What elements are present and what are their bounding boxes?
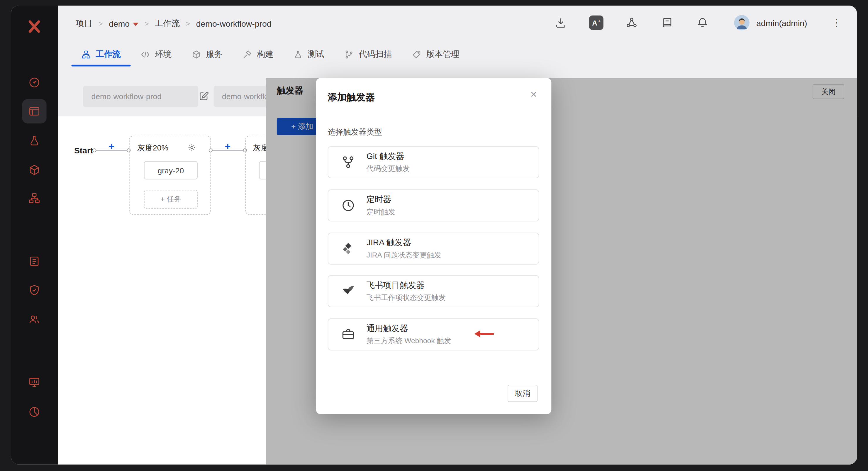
workflow-tree-icon [82,50,91,59]
stage-node-gray20: 灰度20% gray-20 + 任务 [129,136,211,215]
clock-icon [341,198,355,213]
sidebar-item-workflows[interactable] [22,186,46,210]
breadcrumb-item-project[interactable]: demo [109,19,138,28]
edit-pencil-icon[interactable] [198,91,209,102]
modal-title: 添加触发器 [328,91,375,103]
option-title: Git 触发器 [367,151,410,161]
git-fork-icon [341,155,355,169]
flask-icon [293,50,303,59]
sidebar-item-quality[interactable] [22,278,46,302]
breadcrumb-separator: > [98,19,103,27]
cluster-icon[interactable] [625,15,639,30]
trigger-option-git[interactable]: Git 触发器 代码变更触发 [328,146,539,178]
tab-tests[interactable]: 测试 [293,40,324,68]
font-size-badge[interactable]: A+ [589,15,603,30]
shield-check-icon [28,284,40,296]
breadcrumb-item-projects[interactable]: 项目 [76,18,93,28]
app-window: › 项目 > demo > 工作流 > demo-workflow-prod A… [11,6,857,465]
start-node-label: Start [74,146,93,155]
cube-icon [191,50,201,59]
breadcrumb-separator: > [145,19,149,27]
sidebar [11,6,58,465]
hammer-icon [243,50,252,59]
clipboard-icon [28,255,40,268]
pie-chart-icon [28,406,40,418]
option-title: 飞书项目触发器 [367,280,446,290]
bell-icon[interactable] [695,15,710,30]
sidebar-item-tests[interactable] [22,128,46,153]
connector-dot [209,148,213,152]
tab-version-management[interactable]: 版本管理 [412,40,460,68]
trigger-option-jira[interactable]: JIRA 触发器 JIRA 问题状态变更触发 [328,232,539,264]
option-desc: 第三方系统 Webhook 触发 [367,336,451,346]
header-actions: A+ admin(admin) ⋮ [554,14,841,31]
cube-icon [28,164,40,176]
sidebar-item-dashboard[interactable] [22,70,46,95]
option-desc: 代码变更触发 [367,164,410,174]
breadcrumb-item-current: demo-workflow-prod [196,19,272,28]
close-icon[interactable]: × [527,87,540,101]
docs-icon[interactable] [660,15,675,30]
flask-icon [28,135,40,147]
breadcrumb-separator: > [186,19,190,27]
projects-icon [28,105,40,118]
feishu-bird-icon [341,284,355,298]
code-brackets-icon [141,50,150,59]
breadcrumb: 项目 > demo > 工作流 > demo-workflow-prod [76,15,272,31]
trigger-option-feishu[interactable]: 飞书项目触发器 飞书工作项状态变更触发 [328,275,539,307]
tab-code-scan[interactable]: 代码扫描 [344,40,392,68]
connector-dot [92,148,96,152]
cancel-button[interactable]: 取消 [507,385,537,402]
users-icon [28,313,40,325]
add-task-button[interactable]: + 任务 [144,190,198,209]
tab-workflows[interactable]: 工作流 [82,40,121,68]
modal-prompt: 选择触发器类型 [328,127,382,137]
tag-icon [412,50,422,59]
trigger-option-timer[interactable]: 定时器 定时触发 [328,189,539,221]
briefcase-icon [341,327,355,342]
add-stage-button[interactable]: + [225,141,230,153]
option-desc: 飞书工作项状态变更触发 [367,293,446,303]
option-desc: JIRA 问题状态变更触发 [367,250,441,260]
annotation-arrow-left-icon [473,329,495,339]
project-tabs: 工作流 环境 服务 构建 测试 代码扫描 [82,40,460,68]
sidebar-item-users[interactable] [22,307,46,332]
sidebar-item-insights[interactable] [22,400,46,424]
user-menu[interactable]: admin(admin) [756,18,807,27]
gear-icon[interactable] [188,144,196,152]
dashboard-icon [28,76,40,89]
sidebar-item-hosts[interactable] [22,370,46,394]
monitor-icon [28,376,40,388]
tab-builds[interactable]: 构建 [243,40,274,68]
option-title: 定时器 [367,194,395,205]
add-stage-button[interactable]: + [108,141,114,153]
jira-icon [341,241,355,256]
option-title: 通用触发器 [367,323,451,334]
git-branch-icon [344,50,354,59]
workflow-name-input[interactable]: demo-workflow-prod [83,86,198,107]
add-trigger-modal: 添加触发器 × 选择触发器类型 Git 触发器 代码变更触发 定时器 定时触发 [316,78,551,414]
sidebar-item-reports[interactable] [22,249,46,274]
app-logo-icon[interactable] [26,18,43,35]
job-card-gray-20[interactable]: gray-20 [144,161,198,179]
sidebar-item-delivery[interactable] [22,158,46,182]
trigger-option-generic[interactable]: 通用触发器 第三方系统 Webhook 触发 [328,318,539,350]
breadcrumb-item-workflows[interactable]: 工作流 [155,18,180,28]
avatar[interactable] [734,15,750,31]
option-desc: 定时触发 [367,207,395,217]
tab-services[interactable]: 服务 [191,40,223,68]
sidebar-item-projects[interactable] [22,99,46,123]
stage-title: 灰度20% [137,144,168,153]
tab-environments[interactable]: 环境 [141,40,172,68]
option-title: JIRA 触发器 [367,237,441,248]
kebab-menu-icon[interactable]: ⋮ [831,17,841,29]
screenshot-stage: › 项目 > demo > 工作流 > demo-workflow-prod A… [0,0,868,471]
caret-down-icon [133,23,138,26]
workflow-tree-icon [28,192,40,205]
download-icon[interactable] [554,15,568,30]
